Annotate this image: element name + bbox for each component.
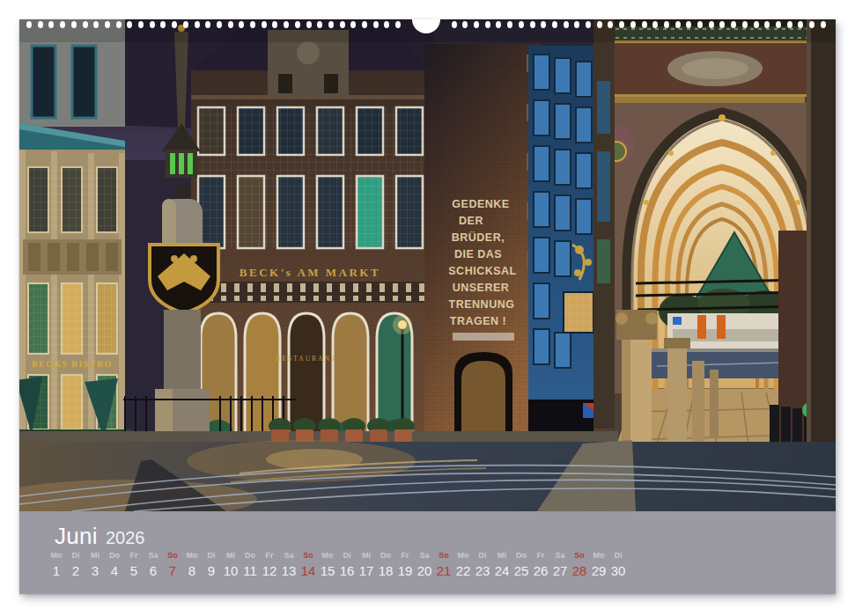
orange-banner [697,315,706,339]
day-number: 21 [434,563,453,578]
day-number: 25 [512,563,531,578]
weekday-row: MoDiMiDoFrSaSoMoDiMiDoFrSaSoMoDiMiDoFrSa… [47,551,628,560]
svg-text:UNSERER: UNSERER [453,282,510,294]
weekday-label: Do [240,551,260,560]
weekday-label: So [434,551,453,560]
binding-hole [452,21,457,28]
binding-hole [675,21,681,28]
binding-hole [586,21,591,28]
day-number: 15 [318,563,337,578]
day-number: 1 [47,563,66,578]
plaque [453,333,514,341]
binding-hole [474,21,479,28]
day-number-row: 1234567891011121314151617181920212223242… [47,563,628,578]
binding-hole [821,21,826,28]
binding-hole [340,21,345,28]
weekday-label: So [570,551,589,560]
calendar-title: Juni2026 [55,524,144,548]
weekday-label: So [299,551,318,560]
binding-hole [105,21,110,28]
binding-hole [709,21,714,28]
day-number: 6 [144,563,163,578]
weekday-label: Sa [415,551,434,560]
day-number: 3 [85,563,105,578]
binding-hole [787,21,792,28]
year-label: 2026 [106,528,145,547]
becks-bistro-building: BECKS BISTRO [19,19,132,473]
orange-banner [717,315,726,339]
binding-hole [809,21,814,28]
weekday-label: Do [105,551,124,560]
svg-text:GEDENKE: GEDENKE [452,198,509,210]
day-number: 17 [357,563,376,578]
day-number: 4 [105,563,124,578]
day-number: 10 [221,563,240,578]
binding-hole [250,21,255,28]
weekday-label: Mo [182,551,202,560]
binding-hole [530,21,535,28]
weekday-label: So [163,551,182,560]
calendar-photo: BECKS BISTRO [19,19,836,511]
weekday-label: Mo [589,551,608,560]
weekday-label: Mi [357,551,376,560]
blue-facade-building [528,46,601,459]
weekday-label: Fr [124,551,144,560]
day-number: 7 [163,563,182,578]
weekday-label: Mi [85,551,105,560]
binding-hole [262,21,267,28]
day-number: 28 [570,563,589,578]
binding-hole [217,21,222,28]
weekday-label: Di [608,551,628,560]
binding-hole [26,21,32,28]
day-number: 18 [376,563,395,578]
binding-hole [485,21,490,28]
weekday-label: Do [376,551,395,560]
weekday-label: Mi [221,551,240,560]
day-number: 26 [531,563,550,578]
binding-hole [228,21,233,28]
blue-carved-panel [597,81,610,134]
keystone-band [193,283,427,301]
weekday-label: Fr [531,551,550,560]
becks-am-markt-building: BECK's AM MARKT RESTAURANT [191,19,429,464]
binding-hole [754,21,759,28]
becks-bistro-sign: BECKS BISTRO [32,359,113,369]
binding-hole [519,21,524,28]
blue-sign [673,317,682,325]
memorial-gable-building: GEDENKE DER BRÜDER, DIE DAS SCHICKSAL UN… [424,44,541,459]
binding-hole [71,21,77,28]
day-number: 14 [299,563,318,578]
binding-hole [630,21,636,28]
day-number: 24 [492,563,512,578]
month-title: Juni [55,523,98,549]
weekday-label: Fr [260,551,279,560]
day-number: 9 [202,563,221,578]
binding-hole [564,21,569,28]
statue-pedestal [164,310,201,391]
weekday-label: Di [66,551,85,560]
day-number: 29 [589,563,608,578]
binding-hole [83,21,88,28]
binding-hole [328,21,334,28]
day-number: 20 [415,563,434,578]
rathaus-arcade [593,19,836,511]
day-number: 22 [453,563,473,578]
binding-hole [306,21,312,28]
calendar-sheet: BECKS BISTRO [19,19,836,594]
binding-hole [195,21,200,28]
weekday-label: Do [512,551,531,560]
binding-hole [138,21,144,28]
blue-carved-panel [597,151,610,222]
day-number: 5 [124,563,144,578]
day-number: 13 [279,563,299,578]
day-number: 11 [240,563,260,578]
svg-text:TRAGEN !: TRAGEN ! [450,315,506,327]
svg-text:SCHICKSAL: SCHICKSAL [448,265,516,277]
street-lamp [398,320,407,329]
weekday-label: Mo [318,551,337,560]
binding-hole [38,21,43,28]
svg-text:DIE DAS: DIE DAS [454,248,502,260]
day-number: 30 [608,563,628,578]
svg-text:DER: DER [459,215,483,227]
binding-hole [295,21,300,28]
